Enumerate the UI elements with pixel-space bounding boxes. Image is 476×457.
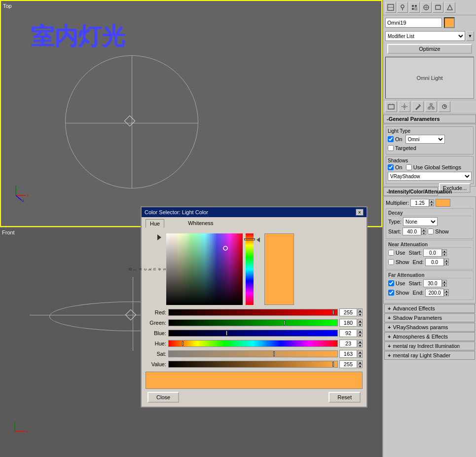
vrayshadows-params-section[interactable]: + VRayShadows params <box>384 323 475 332</box>
red-slider-track[interactable] <box>168 309 338 316</box>
icon-btn-modify[interactable] <box>412 101 424 112</box>
mental-ray-shader-section[interactable]: + mental ray Light Shader <box>384 351 475 360</box>
intensity-section-header[interactable]: - Intensity/Color/Attenuation <box>383 187 438 196</box>
far-start-down[interactable]: ▼ <box>442 283 447 287</box>
blue-value-input[interactable] <box>339 329 357 337</box>
value-slider-thumb[interactable] <box>332 362 334 367</box>
near-start-up[interactable]: ▲ <box>442 249 447 253</box>
hue-gradient-strip[interactable] <box>246 233 254 305</box>
hue-marker[interactable] <box>244 238 255 240</box>
decay-start-up[interactable]: ▲ <box>421 228 426 231</box>
far-end-down[interactable]: ▼ <box>444 293 449 296</box>
dialog-close-button[interactable]: × <box>356 209 364 216</box>
shadows-on-checkbox[interactable] <box>388 164 394 170</box>
on-checkbox[interactable] <box>388 136 394 142</box>
top-viewport[interactable]: Top 室内灯光 y x z <box>0 0 382 227</box>
sat-slider-track[interactable] <box>168 350 338 357</box>
near-end-down[interactable]: ▼ <box>444 262 449 266</box>
sat-slider-thumb[interactable] <box>273 351 275 356</box>
green-slider-thumb[interactable] <box>284 320 285 325</box>
icon-btn-display[interactable] <box>385 101 397 112</box>
value-slider-track[interactable] <box>168 361 338 368</box>
blue-up-arrow[interactable]: ▲ <box>358 329 363 333</box>
light-type-dropdown[interactable]: Omni <box>405 135 445 144</box>
sat-spinner[interactable]: ▲ ▼ <box>358 350 363 358</box>
value-value-input[interactable] <box>339 360 357 368</box>
decay-start-down[interactable]: ▼ <box>421 231 426 235</box>
mental-ray-indirect-section[interactable]: + mental ray Indirect Illumination <box>384 342 475 350</box>
near-start-down[interactable]: ▼ <box>442 253 447 256</box>
multiplier-down[interactable]: ▼ <box>429 203 434 206</box>
far-end-input[interactable] <box>425 289 444 297</box>
red-up-arrow[interactable]: ▲ <box>358 308 363 312</box>
tab-hue[interactable]: Hue <box>146 219 164 228</box>
far-end-up[interactable]: ▲ <box>444 289 449 293</box>
green-down-arrow[interactable]: ▼ <box>358 323 363 327</box>
decay-start-input[interactable] <box>403 228 421 235</box>
far-show-checkbox[interactable] <box>388 290 394 296</box>
red-value-input[interactable] <box>339 308 357 316</box>
toolbar-btn-5[interactable] <box>433 2 443 13</box>
reset-button[interactable]: Reset <box>329 392 361 403</box>
general-params-section-header[interactable]: - General Parameters <box>383 114 476 123</box>
multiplier-input[interactable] <box>410 199 429 207</box>
hue-up-arrow[interactable]: ▲ <box>358 340 363 343</box>
hue-slider-thumb[interactable] <box>182 341 183 346</box>
intensity-color-swatch[interactable] <box>436 199 450 207</box>
object-name-input[interactable] <box>385 18 442 28</box>
near-use-checkbox[interactable] <box>388 250 394 256</box>
modifier-dropdown-arrow[interactable]: ▼ <box>466 31 474 41</box>
red-down-arrow[interactable]: ▼ <box>358 312 363 316</box>
value-down-arrow[interactable]: ▼ <box>358 364 363 368</box>
multiplier-up[interactable]: ▲ <box>429 199 434 203</box>
hue-value-input[interactable] <box>339 340 357 347</box>
decay-type-dropdown[interactable]: None <box>403 217 438 226</box>
hue-spinner[interactable]: ▲ ▼ <box>358 340 363 347</box>
optimize-button[interactable]: Optimize <box>387 44 472 54</box>
near-start-input[interactable] <box>423 249 442 257</box>
near-end-input[interactable] <box>425 258 444 266</box>
atmospheres-section[interactable]: + Atmospheres & Effects <box>384 332 475 341</box>
object-color-swatch[interactable] <box>444 17 455 28</box>
tab-whiteness[interactable]: Whiteness <box>184 219 217 228</box>
red-slider-thumb[interactable] <box>332 310 334 315</box>
color-preview-swatch[interactable] <box>264 233 294 305</box>
icon-btn-light[interactable] <box>399 101 410 112</box>
sat-up-arrow[interactable]: ▲ <box>358 350 363 354</box>
close-button[interactable]: Close <box>147 392 179 403</box>
green-up-arrow[interactable]: ▲ <box>358 319 363 323</box>
blue-slider-track[interactable] <box>168 330 338 337</box>
icon-btn-motion[interactable] <box>439 101 450 112</box>
advanced-effects-section[interactable]: + Advanced Effects <box>384 304 475 313</box>
blue-spinner[interactable]: ▲ ▼ <box>358 329 363 337</box>
value-up-arrow[interactable]: ▲ <box>358 360 363 364</box>
far-use-checkbox[interactable] <box>388 280 394 286</box>
far-start-input[interactable] <box>423 279 442 287</box>
red-spinner[interactable]: ▲ ▼ <box>358 308 363 316</box>
shadow-params-section[interactable]: + Shadow Parameters <box>384 313 475 322</box>
targeted-checkbox[interactable] <box>388 145 394 151</box>
icon-btn-hierarchy[interactable] <box>425 101 437 112</box>
hue-slider-track[interactable] <box>168 340 338 347</box>
hs-color-square[interactable] <box>166 233 243 305</box>
use-global-checkbox[interactable] <box>406 164 412 170</box>
shadow-type-dropdown[interactable]: VRayShadow <box>388 172 472 181</box>
toolbar-btn-2[interactable] <box>397 2 408 13</box>
decay-show-checkbox[interactable] <box>428 228 434 234</box>
value-spinner[interactable]: ▲ ▼ <box>358 360 363 368</box>
modifier-list-dropdown[interactable]: Modifier List <box>385 31 465 41</box>
hue-strip[interactable] <box>246 233 254 305</box>
hue-down-arrow[interactable]: ▼ <box>358 343 363 347</box>
blue-slider-thumb[interactable] <box>226 331 227 336</box>
near-end-up[interactable]: ▲ <box>444 259 449 262</box>
toolbar-btn-6[interactable] <box>444 2 455 13</box>
toolbar-btn-1[interactable] <box>385 2 396 13</box>
green-value-input[interactable] <box>339 319 357 327</box>
sat-down-arrow[interactable]: ▼ <box>358 354 363 358</box>
green-slider-track[interactable] <box>168 319 338 326</box>
near-show-checkbox[interactable] <box>388 259 394 265</box>
green-spinner[interactable]: ▲ ▼ <box>358 319 363 327</box>
sat-value-input[interactable] <box>339 350 357 358</box>
blue-down-arrow[interactable]: ▼ <box>358 333 363 337</box>
toolbar-btn-4[interactable] <box>421 2 432 13</box>
